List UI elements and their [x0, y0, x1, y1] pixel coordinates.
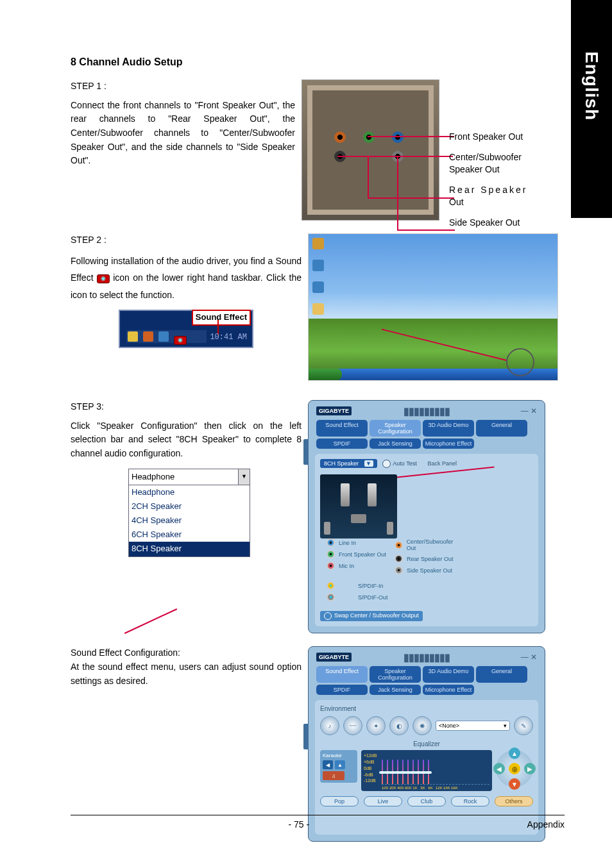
volume-handle[interactable] — [303, 439, 309, 465]
chevron-down-icon[interactable]: ▼ — [364, 460, 373, 467]
label-cs-out: Center/Subwoofer Speaker Out — [449, 151, 545, 176]
dpad-left[interactable]: ◀ — [493, 763, 505, 774]
jack-row: Side Speaker Out — [395, 566, 461, 574]
eq-slider[interactable] — [423, 760, 424, 784]
eq-slider[interactable] — [387, 760, 388, 784]
taskbar-clock: 10:41 AM — [210, 331, 247, 344]
system-tray — [126, 330, 207, 343]
step3-figure: GIGABYTE ▮▮▮▮▮▮▮▮▮ — ✕ Sound Effect Spea… — [308, 400, 558, 633]
edit-button[interactable]: ✎ — [514, 716, 533, 735]
dropdown-current[interactable]: Headphone ▼ — [129, 469, 250, 485]
env-preset-button[interactable]: 〰 — [343, 716, 362, 735]
tab-sound-effect[interactable]: Sound Effect — [316, 420, 368, 437]
tab-jack-sensing[interactable]: Jack Sensing — [370, 438, 421, 449]
gigabyte-window-soundfx: GIGABYTE ▮▮▮▮▮▮▮▮▮ — ✕ Sound Effect Spea… — [308, 646, 545, 842]
jack-dot-icon — [395, 555, 403, 563]
dpad-up[interactable]: ▲ — [509, 747, 520, 759]
jack-dot-icon — [327, 550, 335, 558]
step2-text: Following installation of the audio driv… — [71, 253, 302, 304]
preset-button[interactable]: Club — [407, 796, 446, 806]
tab-spdif[interactable]: SPDIF — [316, 685, 368, 695]
environment-label: Environment — [320, 705, 533, 712]
channel-dropdown[interactable]: 8CH Speaker ▼ — [320, 459, 377, 468]
tab-sound-effect[interactable]: Sound Effect — [316, 666, 368, 683]
backpanel-label: Back Panel — [427, 460, 457, 467]
eq-slider[interactable] — [428, 760, 429, 784]
env-preset-button[interactable]: ◐ — [389, 716, 409, 735]
dropdown-item[interactable]: 2CH Speaker — [129, 499, 250, 513]
language-tab-label: English — [581, 51, 602, 121]
dropdown-item[interactable]: 6CH Speaker — [129, 528, 250, 542]
volume-handle[interactable] — [303, 724, 309, 749]
tab-general[interactable]: General — [476, 666, 527, 683]
tab-speaker-config[interactable]: Speaker Configuration — [370, 420, 421, 437]
slider-knob[interactable] — [425, 771, 432, 774]
eq-slider[interactable] — [397, 760, 398, 784]
port-labels: Front Speaker Out Center/Subwoofer Speak… — [449, 79, 545, 237]
step1-label: STEP 1 : — [71, 79, 295, 94]
karaoke-panel: Karaoke ◀ ▲ ♫ — [320, 750, 357, 783]
eq-slider[interactable] — [418, 760, 419, 784]
tab-mic-effect[interactable]: Microphone Effect — [423, 685, 474, 695]
dropdown-item-selected[interactable]: 8CH Speaker — [129, 542, 250, 556]
sound-effect-tooltip: Sound Effect — [192, 310, 251, 325]
eq-slider[interactable] — [407, 760, 409, 784]
step1-row: STEP 1 : Connect the front channels to "… — [71, 79, 558, 221]
tab-speaker-config[interactable]: Speaker Configuration — [370, 666, 421, 683]
environment-row: ♪ 〰 ✦ ◐ ✺ <None>▾ ✎ — [320, 716, 533, 735]
tray-icon — [158, 331, 169, 342]
page-content: 8 Channel Audio Setup STEP 1 : Connect t… — [71, 56, 558, 855]
spdif-icon — [327, 581, 335, 590]
speaker-icon — [368, 483, 377, 506]
jack-blue — [392, 131, 404, 143]
preset-button[interactable]: Rock — [451, 796, 489, 806]
grip-icon: ▮▮▮▮▮▮▮▮▮ — [404, 405, 450, 417]
speaker-dropdown-closeup: Headphone ▼ Headphone 2CH Speaker 4CH Sp… — [128, 469, 250, 557]
close-icon[interactable]: — ✕ — [521, 406, 537, 415]
dpad-down[interactable]: ▼ — [509, 778, 520, 790]
eq-slider[interactable] — [412, 760, 414, 784]
karaoke-voice-button[interactable]: ♫ — [323, 771, 344, 780]
tab-mic-effect[interactable]: Microphone Effect — [423, 438, 474, 449]
environment-select[interactable]: <None>▾ — [436, 721, 510, 731]
eq-slider[interactable] — [392, 760, 393, 784]
swap-toggle[interactable]: Swap Center / Subwoofer Output — [320, 611, 423, 621]
dpad-center[interactable]: ◎ — [509, 763, 520, 774]
step2-label: STEP 2 : — [71, 233, 302, 247]
jack-dot-icon — [327, 562, 335, 570]
eq-slider[interactable] — [382, 760, 383, 784]
eq-slider[interactable] — [402, 760, 404, 784]
close-icon[interactable]: — ✕ — [521, 653, 537, 662]
auto-test-toggle[interactable]: Auto Test — [382, 460, 416, 468]
preset-button[interactable]: Live — [364, 796, 402, 806]
step3-text: Click "Speaker Configuration" then click… — [71, 419, 302, 461]
jack-dot-icon — [395, 566, 403, 574]
karaoke-button[interactable]: ◀ — [323, 760, 333, 769]
tab-general[interactable]: General — [476, 420, 527, 437]
karaoke-button[interactable]: ▲ — [335, 760, 345, 769]
chevron-down-icon[interactable]: ▼ — [238, 469, 250, 485]
env-preset-button[interactable]: ✺ — [412, 716, 432, 735]
label-front-out: Front Speaker Out — [449, 131, 545, 144]
soundfx-row: Sound Effect Configuration: At the sound… — [71, 646, 558, 842]
speaker-visualization — [320, 474, 397, 538]
tab-3d-audio[interactable]: 3D Audio Demo — [423, 420, 474, 437]
eq-frequencies: 100 200 400 600 1K 3K 6K 12K 14K 16K — [382, 786, 489, 790]
tab-jack-sensing[interactable]: Jack Sensing — [370, 685, 421, 695]
leader-line — [397, 230, 455, 231]
dpad-right[interactable]: ▶ — [524, 763, 536, 774]
leader-line — [368, 136, 454, 137]
preset-button[interactable]: Pop — [320, 796, 359, 806]
tray-icon — [143, 331, 153, 342]
dropdown-item[interactable]: 4CH Speaker — [129, 513, 250, 528]
sound-effect-icon — [97, 274, 110, 283]
desktop-screenshot — [308, 233, 558, 381]
direction-pad: ▲ ▼ ◀ ▶ ◎ — [496, 750, 533, 787]
preset-button[interactable]: Others — [495, 796, 533, 806]
tab-3d-audio[interactable]: 3D Audio Demo — [423, 666, 474, 683]
label-rear-out: Rear SpeakerOut — [449, 184, 545, 209]
dropdown-item[interactable]: Headphone — [129, 485, 250, 499]
env-preset-button[interactable]: ✦ — [366, 716, 386, 735]
tab-spdif[interactable]: SPDIF — [316, 438, 368, 449]
env-preset-button[interactable]: ♪ — [320, 716, 339, 735]
